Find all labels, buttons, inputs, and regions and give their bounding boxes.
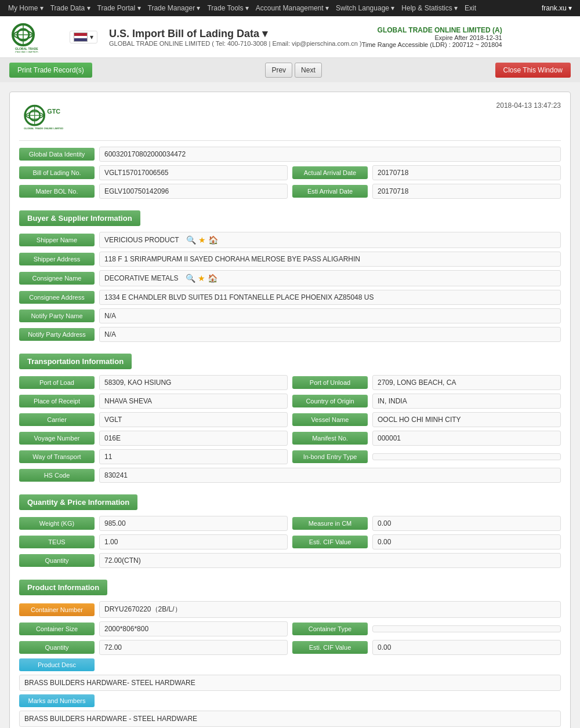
container-type-label: Container Type xyxy=(292,623,368,635)
product-section: Product Information Container Number DRY… xyxy=(19,572,561,727)
place-country-row: Place of Receipt NHAVA SHEVA Country of … xyxy=(19,394,561,409)
nav-trade-portal[interactable]: Trade Portal ▾ xyxy=(94,4,144,12)
country-origin-col: Country of Origin IN, INDIA xyxy=(292,394,561,409)
nav-trade-tools[interactable]: Trade Tools ▾ xyxy=(204,4,252,12)
nav-my-home[interactable]: My Home ▾ xyxy=(5,4,47,12)
svg-text:GLOBAL TRADE ONLINE LIMITED: GLOBAL TRADE ONLINE LIMITED xyxy=(24,127,63,130)
container-type-value xyxy=(372,625,561,632)
shipper-address-label: Shipper Address xyxy=(19,253,95,265)
place-receipt-value: NHAVA SHEVA xyxy=(99,394,288,409)
header-title-area: U.S. Import Bill of Lading Data ▾ GLOBAL… xyxy=(109,27,362,47)
top-next-button[interactable]: Next xyxy=(295,63,322,78)
top-close-button[interactable]: Close This Window xyxy=(495,63,571,78)
nav-trade-data[interactable]: Trade Data ▾ xyxy=(47,4,94,12)
master-bol-esti-row: Mater BOL No. EGLV100750142096 Esti Arri… xyxy=(19,184,561,199)
vessel-name-label: Vessel Name xyxy=(292,413,368,426)
user-menu[interactable]: frank.xu ▾ xyxy=(538,4,575,12)
quantity-section-header: Quantity & Price Information xyxy=(19,494,137,510)
marks-label-row: Marks and Numbers xyxy=(19,694,561,707)
bol-col: Bill of Lading No. VGLT157017006565 xyxy=(19,165,288,180)
main-content: GTC GLOBAL TRADE ONLINE LIMITED 2018-04-… xyxy=(0,82,580,728)
company-name: GLOBAL TRADE ONLINE LIMITED (A) xyxy=(362,26,502,34)
vessel-name-col: Vessel Name OOCL HO CHI MINH CITY xyxy=(292,412,561,427)
shipper-star-icon[interactable]: ★ xyxy=(198,235,206,245)
measure-label: Measure in CM xyxy=(292,517,368,530)
product-cif-col: Esti. CIF Value 0.00 xyxy=(292,640,561,655)
weight-measure-row: Weight (KG) 985.00 Measure in CM 0.00 xyxy=(19,516,561,531)
notify-party-name-label: Notify Party Name xyxy=(19,310,95,322)
country-origin-value: IN, INDIA xyxy=(372,394,561,409)
quantity-label: Quantity xyxy=(19,554,95,567)
flag-selector[interactable]: ▾ xyxy=(70,31,97,43)
bol-arrival-row: Bill of Lading No. VGLT157017006565 Actu… xyxy=(19,165,561,180)
port-unload-value: 2709, LONG BEACH, CA xyxy=(372,375,561,390)
manifest-value: 000001 xyxy=(372,431,561,446)
shipper-address-row: Shipper Address 118 F 1 SRIRAMPURAM II S… xyxy=(19,252,561,267)
us-flag-icon xyxy=(74,32,88,42)
inbond-label: In-bond Entry Type xyxy=(292,450,368,463)
place-receipt-label: Place of Receipt xyxy=(19,395,95,407)
container-number-row: Container Number DRYU2670220（2B/L/） xyxy=(19,601,561,618)
master-bol-col: Mater BOL No. EGLV100750142096 xyxy=(19,184,288,199)
transport-section: Transportation Information Port of Load … xyxy=(19,345,561,483)
weight-col: Weight (KG) 985.00 xyxy=(19,516,288,531)
voyage-value: 016E xyxy=(99,431,288,446)
top-prev-button[interactable]: Prev xyxy=(265,63,292,78)
svg-text:GTC: GTC xyxy=(47,108,60,115)
shipper-name-text: VERICIOUS PRODUCT xyxy=(104,236,179,244)
consignee-star-icon[interactable]: ★ xyxy=(198,274,205,283)
logo-area: GLOBAL TRADE ONLINE LIMITED ▾ U.S. Impor… xyxy=(7,21,362,53)
port-row: Port of Load 58309, KAO HSIUNG Port of U… xyxy=(19,375,561,390)
consignee-name-row: Consignee Name DECORATIVE METALS 🔍 ★ 🏠 xyxy=(19,270,561,286)
record-card: GTC GLOBAL TRADE ONLINE LIMITED 2018-04-… xyxy=(9,92,571,728)
top-navigation: My Home ▾ Trade Data ▾ Trade Portal ▾ Tr… xyxy=(0,0,580,16)
product-cif-value: 0.00 xyxy=(372,640,561,655)
quantity-section: Quantity & Price Information Weight (KG)… xyxy=(19,486,561,568)
global-data-identity-value: 600320170802000034472 xyxy=(99,147,561,162)
expire-info: Expire After 2018-12-31 xyxy=(362,34,502,41)
top-print-button[interactable]: Print Trade Record(s) xyxy=(9,63,92,78)
hs-code-label: HS Code xyxy=(19,469,95,482)
port-load-label: Port of Load xyxy=(19,376,95,389)
product-qty-cif-row: Quantity 72.00 Esti. CIF Value 0.00 xyxy=(19,640,561,655)
shipper-name-content: VERICIOUS PRODUCT 🔍 ★ 🏠 xyxy=(104,235,556,245)
actual-arrival-label: Actual Arrival Date xyxy=(292,166,368,179)
teus-col: TEUS 1.00 xyxy=(19,534,288,549)
nav-account-management[interactable]: Account Management ▾ xyxy=(252,4,332,12)
port-unload-col: Port of Unload 2709, LONG BEACH, CA xyxy=(292,375,561,390)
voyage-label: Voyage Number xyxy=(19,432,95,445)
consignee-search-icon[interactable]: 🔍 xyxy=(186,274,195,283)
consignee-home-icon[interactable]: 🏠 xyxy=(208,274,217,283)
product-cif-label: Esti. CIF Value xyxy=(292,641,368,654)
vessel-name-value: OOCL HO CHI MINH CITY xyxy=(372,412,561,427)
master-bol-value: EGLV100750142096 xyxy=(99,184,288,199)
inbond-col: In-bond Entry Type xyxy=(292,449,561,464)
shipper-name-label: Shipper Name xyxy=(19,234,95,246)
nav-switch-language[interactable]: Switch Language ▾ xyxy=(332,4,398,12)
quantity-row: Quantity 72.00(CTN) xyxy=(19,553,561,568)
notify-party-address-label: Notify Party Address xyxy=(19,328,95,341)
manifest-col: Manifest No. 000001 xyxy=(292,431,561,446)
flag-dropdown-arrow: ▾ xyxy=(90,33,93,41)
nav-help-statistics[interactable]: Help & Statistics ▾ xyxy=(398,4,461,12)
shipper-search-icon[interactable]: 🔍 xyxy=(186,235,196,245)
hs-code-row: HS Code 830241 xyxy=(19,468,561,483)
teus-label: TEUS xyxy=(19,536,95,548)
container-size-value: 2000*806*800 xyxy=(99,621,288,636)
way-inbond-row: Way of Transport 11 In-bond Entry Type xyxy=(19,449,561,464)
nav-exit[interactable]: Exit xyxy=(461,4,480,12)
top-nav-buttons: Prev Next xyxy=(265,63,321,78)
header-bar: GLOBAL TRADE ONLINE LIMITED ▾ U.S. Impor… xyxy=(0,16,580,58)
container-type-col: Container Type xyxy=(292,621,561,636)
esti-arrival-label: Esti Arrival Date xyxy=(292,185,368,198)
actual-arrival-value: 20170718 xyxy=(372,165,561,180)
consignee-address-value: 1334 E CHANDLER BLVD SUITE5 D11 FONTANEL… xyxy=(99,290,561,305)
place-receipt-col: Place of Receipt NHAVA SHEVA xyxy=(19,394,288,409)
bol-label: Bill of Lading No. xyxy=(19,166,95,179)
inbond-value xyxy=(372,453,561,460)
shipper-home-icon[interactable]: 🏠 xyxy=(208,235,218,245)
nav-trade-manager[interactable]: Trade Manager ▾ xyxy=(144,4,204,12)
container-size-type-row: Container Size 2000*806*800 Container Ty… xyxy=(19,621,561,636)
manifest-label: Manifest No. xyxy=(292,432,368,445)
quantity-value: 72.00(CTN) xyxy=(99,553,561,568)
